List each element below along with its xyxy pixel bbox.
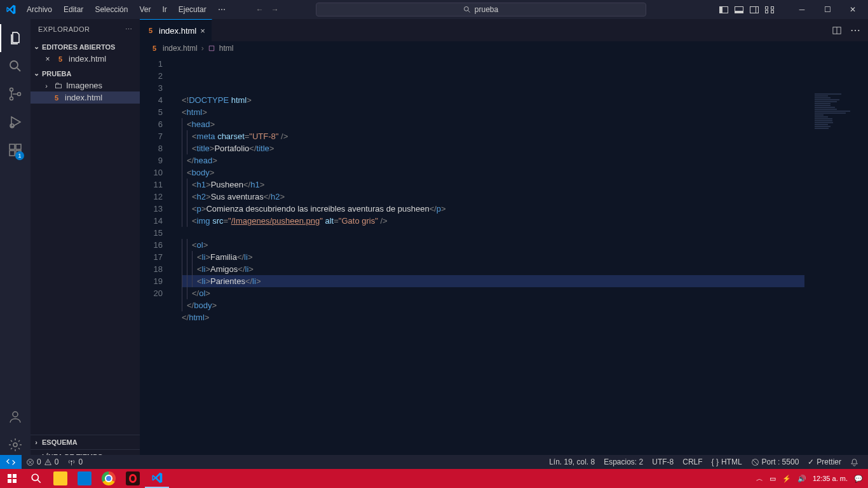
tab-index-html[interactable]: 5 index.html × <box>140 19 212 41</box>
activity-search[interactable] <box>0 52 31 80</box>
tray-volume-icon[interactable]: 🔊 <box>797 475 806 483</box>
breadcrumb-symbol[interactable]: html <box>219 44 234 53</box>
breadcrumb-separator-icon: › <box>201 44 204 53</box>
layout-customize-icon[interactable] <box>765 6 774 13</box>
taskbar-mail[interactable] <box>72 469 97 488</box>
layout-right-icon[interactable] <box>750 6 759 13</box>
split-editor-icon[interactable] <box>832 26 841 35</box>
account-icon <box>8 409 23 424</box>
remote-button[interactable] <box>0 455 22 469</box>
remote-icon <box>6 458 15 466</box>
close-icon[interactable]: × <box>43 55 52 64</box>
editor-area: 5 index.html × ⋯ 5 index.html › html 123… <box>140 19 868 464</box>
section-project[interactable]: ⌄ PRUEBA <box>31 67 140 79</box>
file-name: index.html <box>65 93 102 102</box>
status-encoding[interactable]: UTF-8 <box>648 455 678 469</box>
error-count: 0 <box>37 458 41 466</box>
sidebar-title: EXPLORADOR <box>38 25 90 33</box>
html-file-icon: 5 <box>150 44 159 52</box>
language-label: HTML <box>721 458 742 466</box>
search-icon <box>31 473 42 484</box>
activity-explorer[interactable] <box>0 24 31 52</box>
broadcast-icon <box>751 458 759 466</box>
section-open-editors[interactable]: ⌄ EDITORES ABIERTOS <box>31 41 140 53</box>
svg-rect-21 <box>8 474 11 478</box>
activity-accounts[interactable] <box>0 403 31 431</box>
maximize-button[interactable]: ☐ <box>815 0 840 19</box>
layout-bottom-icon[interactable] <box>735 6 743 13</box>
more-actions-icon[interactable]: ⋯ <box>850 24 860 36</box>
tab-actions: ⋯ <box>832 19 868 41</box>
svg-point-13 <box>13 443 17 447</box>
nav-forward-icon[interactable]: → <box>271 5 279 14</box>
svg-rect-9 <box>10 151 15 156</box>
bell-icon <box>850 458 858 466</box>
svg-rect-8 <box>10 144 15 149</box>
nav-back-icon[interactable]: ← <box>256 5 264 14</box>
breadcrumb[interactable]: 5 index.html › html <box>140 41 868 55</box>
taskbar-opera[interactable] <box>121 469 145 488</box>
status-prettier[interactable]: ✓ Prettier <box>803 455 846 469</box>
svg-point-18 <box>71 460 72 461</box>
open-editor-filename: index.html <box>69 54 106 64</box>
status-ports[interactable]: 0 <box>63 455 87 469</box>
close-button[interactable]: ✕ <box>840 0 865 19</box>
vscode-icon <box>151 472 163 484</box>
breadcrumb-file[interactable]: index.html <box>163 44 198 53</box>
chevron-down-icon: ⌄ <box>33 69 39 78</box>
close-icon[interactable]: × <box>200 26 205 36</box>
tray-notifications-icon[interactable]: 💬 <box>854 475 863 483</box>
symbol-icon <box>208 44 215 52</box>
svg-rect-23 <box>8 479 11 483</box>
menu-more[interactable]: ⋯ <box>213 3 231 17</box>
activity-run-debug[interactable] <box>0 108 31 136</box>
open-editor-item[interactable]: × 5 index.html <box>31 53 140 65</box>
vscode-logo-icon <box>0 4 22 15</box>
svg-point-12 <box>13 412 18 417</box>
status-live-server[interactable]: Port : 5500 <box>747 455 804 469</box>
activity-source-control[interactable] <box>0 80 31 108</box>
radio-tower-icon <box>67 458 76 466</box>
status-notifications[interactable] <box>846 455 863 469</box>
menu-seleccion[interactable]: Selección <box>90 3 133 17</box>
status-spaces[interactable]: Espacios: 2 <box>599 455 648 469</box>
svg-rect-11 <box>16 144 21 149</box>
chevron-right-icon: › <box>43 82 50 90</box>
layout-left-icon[interactable] <box>719 6 728 13</box>
command-center-search[interactable]: prueba <box>316 3 646 17</box>
menu-ejecutar[interactable]: Ejecutar <box>173 3 212 17</box>
chevron-down-icon: ⌄ <box>33 43 39 51</box>
port-label: Port : 5500 <box>762 458 799 466</box>
tray-chevron-icon[interactable]: ︿ <box>756 474 763 484</box>
taskbar-explorer[interactable] <box>48 469 72 488</box>
taskbar-search[interactable] <box>24 469 48 488</box>
start-button[interactable] <box>0 469 24 488</box>
tray-clock[interactable]: 12:35 a. m. <box>813 475 848 482</box>
code-content[interactable]: <!DOCTYPE html><html><head><meta charset… <box>172 55 868 464</box>
folder-imagenes[interactable]: › 🗀 Imagenes <box>31 79 140 92</box>
section-outline[interactable]: › ESQUEMA <box>31 435 140 449</box>
main-menu: Archivo Editar Selección Ver Ir Ejecutar… <box>22 3 231 17</box>
menu-archivo[interactable]: Archivo <box>22 3 57 17</box>
minimize-button[interactable]: ─ <box>789 0 815 19</box>
extensions-badge: 1 <box>15 151 24 160</box>
minimap[interactable] <box>815 93 859 163</box>
svg-rect-24 <box>13 479 17 483</box>
warning-count: 0 <box>55 458 59 466</box>
tray-battery-icon[interactable]: ▭ <box>770 475 776 483</box>
taskbar-chrome[interactable] <box>97 469 121 488</box>
status-problems[interactable]: 0 0 <box>22 455 63 469</box>
status-language[interactable]: { } HTML <box>707 455 747 469</box>
taskbar-vscode[interactable] <box>145 469 169 488</box>
file-index-html[interactable]: 5 index.html <box>31 92 140 104</box>
menu-ver[interactable]: Ver <box>134 3 156 17</box>
activity-extensions[interactable]: 1 <box>0 136 31 164</box>
svg-point-5 <box>10 97 13 100</box>
code-editor[interactable]: 1234567891011121314151617181920 <!DOCTYP… <box>140 55 868 464</box>
status-cursor[interactable]: Lín. 19, col. 8 <box>545 455 599 469</box>
tray-wifi-icon[interactable]: ⚡ <box>782 475 791 483</box>
status-eol[interactable]: CRLF <box>678 455 707 469</box>
menu-ir[interactable]: Ir <box>157 3 172 17</box>
menu-editar[interactable]: Editar <box>58 3 88 17</box>
sidebar-more-icon[interactable]: ⋯ <box>125 25 133 34</box>
